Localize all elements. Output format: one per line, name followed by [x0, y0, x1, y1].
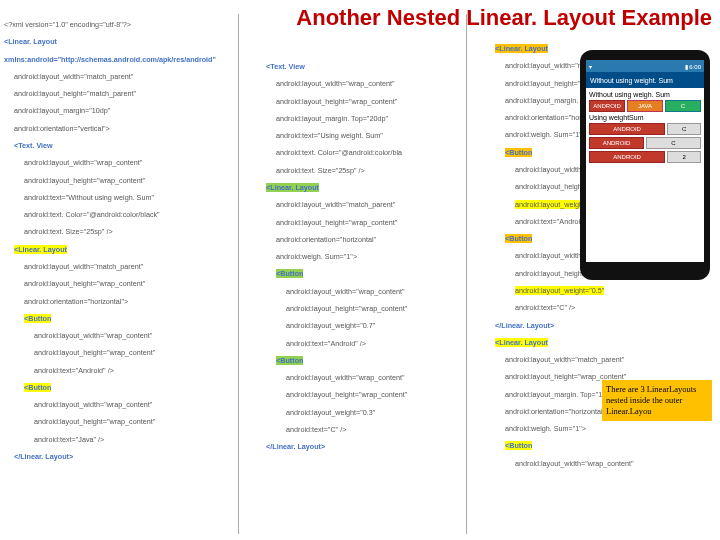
- phone-row-3: ANDROID C: [589, 137, 701, 149]
- code-line: android:layout_weight="0.7": [266, 317, 487, 334]
- phone-label-1: Without using weigh. Sum: [589, 91, 701, 98]
- phone-btn-android-3: ANDROID: [589, 137, 644, 149]
- phone-row-1: ANDROID JAVA C: [589, 100, 701, 112]
- column-divider-1: [238, 14, 239, 534]
- phone-btn-c-1: C: [665, 100, 701, 112]
- code-line: android:text="Android" />: [266, 335, 487, 352]
- phone-mockup: ▾▮ 6:00 Without using weight. Sum Withou…: [580, 50, 710, 280]
- code-line: <Linear. Layout xmlns:android="http://sc…: [4, 33, 258, 68]
- code-line: android:layout_width="wrap_content": [266, 369, 487, 386]
- code-column-1: <?xml version="1.0" encoding="utf-8"?> <…: [0, 14, 262, 540]
- code-line: android:layout_width="wrap_content": [4, 396, 258, 413]
- code-line: android:layout_width="match_parent": [495, 351, 716, 368]
- code-line: android:text="Using weight. Sum": [266, 127, 487, 144]
- code-line: <Button: [495, 437, 716, 454]
- code-line: <Button: [4, 379, 258, 396]
- code-line: android:layout_width="wrap_content": [266, 283, 487, 300]
- code-line: android:layout_width="wrap_content": [266, 75, 487, 92]
- code-line: android:text. Color="@android:color/blac…: [4, 206, 258, 223]
- phone-btn-java: JAVA: [627, 100, 663, 112]
- code-column-2: <Text. View android:layout_width="wrap_c…: [262, 14, 491, 540]
- code-line: android:layout_height="wrap_content": [266, 214, 487, 231]
- code-line: android:layout_width="wrap_content": [4, 154, 258, 171]
- code-line: android:layout_height="wrap_content": [266, 300, 487, 317]
- phone-screen: ▾▮ 6:00 Without using weight. Sum Withou…: [586, 60, 704, 262]
- code-line: android:text="Java" />: [4, 431, 258, 448]
- code-line: android:layout_margin. Top="20dp": [266, 110, 487, 127]
- code-line: android:text="Android" />: [4, 362, 258, 379]
- code-line: android:layout_height="wrap_content": [266, 386, 487, 403]
- code-line: android:layout_weight="0.3": [266, 404, 487, 421]
- phone-btn-c-2: C: [667, 123, 701, 135]
- code-line: android:layout_width="wrap_content": [495, 455, 716, 472]
- code-line: <Linear. Layout: [495, 334, 716, 351]
- code-line: <Text. View: [4, 137, 258, 154]
- code-line: android:orientation="horizontal": [266, 231, 487, 248]
- code-line: android:layout_width="wrap_content": [4, 327, 258, 344]
- callout-box: There are 3 LinearLayouts nested inside …: [602, 380, 712, 421]
- code-line: android:layout_height="match_parent": [4, 85, 258, 102]
- code-line: android:layout_margin="10dp": [4, 102, 258, 119]
- code-line: </Linear. Layout>: [4, 448, 258, 465]
- code-line: android:weigh. Sum="1">: [266, 248, 487, 265]
- phone-row-2: ANDROID C: [589, 123, 701, 135]
- code-line: android:text. Size="25sp" />: [4, 223, 258, 240]
- code-line: android:layout_weight="0.5": [495, 282, 716, 299]
- phone-btn-c-3: C: [646, 137, 701, 149]
- column-divider-2: [466, 14, 467, 534]
- phone-row-4: ANDROID 2: [589, 151, 701, 163]
- code-line: android:text="Without using weigh. Sum": [4, 189, 258, 206]
- phone-btn-android-4: ANDROID: [589, 151, 665, 163]
- code-line: android:text="C" />: [266, 421, 487, 438]
- phone-btn-c-4: 2: [667, 151, 701, 163]
- code-line: android:layout_width="match_parent": [266, 196, 487, 213]
- code-line: android:layout_height="wrap_content": [4, 275, 258, 292]
- code-line: android:layout_height="wrap_content": [4, 413, 258, 430]
- code-line: android:layout_height="wrap_content": [4, 172, 258, 189]
- phone-btn-android-2: ANDROID: [589, 123, 665, 135]
- phone-status-bar: ▾▮ 6:00: [586, 60, 704, 72]
- code-line: <?xml version="1.0" encoding="utf-8"?>: [4, 16, 258, 33]
- code-line: android:layout_width="match_parent": [4, 68, 258, 85]
- code-line: </Linear. Layout>: [495, 317, 716, 334]
- phone-btn-android-1: ANDROID: [589, 100, 625, 112]
- code-line: android:layout_height="wrap_content": [266, 93, 487, 110]
- code-line: android:weigh. Sum="1">: [495, 420, 716, 437]
- phone-label-2: Using weightSum: [589, 114, 701, 121]
- code-line: android:orientation="horizontal">: [4, 293, 258, 310]
- code-line: android:layout_height="wrap_content": [4, 344, 258, 361]
- battery-icon: ▮ 6:00: [685, 63, 701, 70]
- code-line: <Button: [266, 352, 487, 369]
- code-line: android:text="C" />: [495, 299, 716, 316]
- code-line: <Button: [4, 310, 258, 327]
- phone-body: Without using weigh. Sum ANDROID JAVA C …: [586, 88, 704, 262]
- code-line: android:orientation="vertical">: [4, 120, 258, 137]
- code-line: <Text. View: [266, 58, 487, 75]
- time-icon: ▾: [589, 63, 592, 70]
- code-line: android:text. Size="25sp" />: [266, 162, 487, 179]
- code-line: android:text. Color="@android:color/bla: [266, 144, 487, 161]
- code-line: android:layout_width="match_parent": [4, 258, 258, 275]
- phone-app-title: Without using weight. Sum: [586, 72, 704, 88]
- code-line: <Linear. Layout: [266, 179, 487, 196]
- code-line: <Linear. Layout: [4, 241, 258, 258]
- code-line: <Button: [266, 265, 487, 282]
- code-line: </Linear. Layout>: [266, 438, 487, 455]
